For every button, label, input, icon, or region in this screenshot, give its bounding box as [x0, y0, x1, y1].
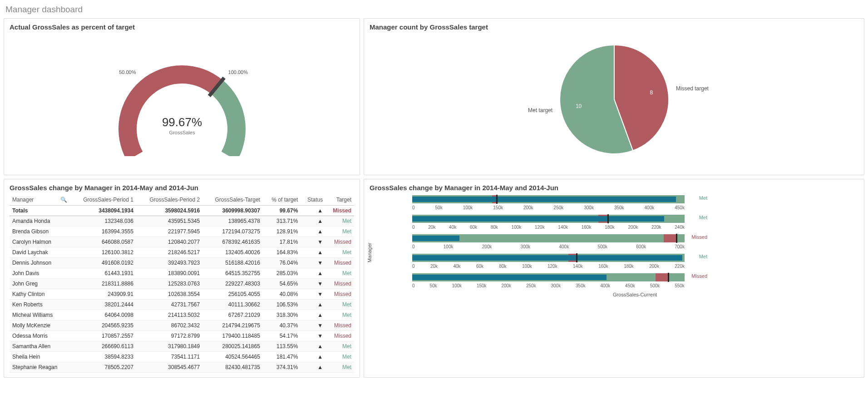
axis-tick: 200k [628, 225, 638, 230]
axis-tick: 200k [501, 283, 511, 288]
table-row[interactable]: Odessa Morris170857.255797172.8799179400… [10, 331, 354, 341]
bullet-measure [412, 255, 682, 261]
bullet-chart[interactable]: Manager Amanda HondaMet050k100k150k200k2… [370, 194, 858, 335]
axis-tick: 100k [452, 283, 462, 288]
bullet-measure [412, 236, 459, 241]
bullet-measure [412, 216, 664, 222]
table-row[interactable]: Dennis Johnson491608.0192392493.79235161… [10, 258, 354, 268]
bullet-target-mark [576, 253, 577, 262]
bullet-status: Met [699, 215, 707, 220]
bullet-row[interactable]: Carolyn HalmonMissed0100k200k300k400k500… [411, 233, 858, 249]
bullet-ylabel: Manager [367, 243, 372, 262]
bullet-xlabel: GrossSales-Current [411, 292, 858, 297]
axis-tick: 400k [601, 283, 611, 288]
axis-tick: 500k [597, 244, 607, 249]
axis-tick: 50k [429, 283, 437, 288]
axis-tick: 20k [430, 264, 438, 269]
axis-tick: 180k [605, 225, 615, 230]
table-row[interactable]: Kathy Clinton243909.91102638.3554256105.… [10, 289, 354, 300]
axis-tick: 100k [444, 244, 454, 249]
col-header[interactable]: GrossSales-Period 2 [136, 194, 202, 206]
axis-tick: 200k [523, 205, 533, 210]
axis-tick: 150k [477, 283, 487, 288]
pie-value: 10 [575, 103, 582, 109]
bullet-status: Met [699, 254, 707, 259]
bullet-target-mark [607, 214, 609, 223]
gauge-tick-100: 100.00% [228, 69, 248, 75]
table-row[interactable]: Carolyn Halmon646088.0587120840.20776783… [10, 237, 354, 247]
bullet-card: GrossSales change by Manager in 2014-May… [364, 179, 864, 378]
col-header[interactable]: % of target [263, 194, 301, 206]
col-header[interactable]: Target [326, 194, 354, 206]
axis-tick: 40k [453, 264, 460, 269]
bullet-target-mark [676, 234, 677, 243]
axis-tick: 0 [412, 244, 415, 249]
axis-tick: 140k [558, 225, 568, 230]
table-row[interactable]: Amanda Honda132348.036435951.5345138965.… [10, 216, 354, 227]
bullet-row[interactable]: Brenda GibsonMet020k40k60k80k100k120k140… [411, 214, 858, 230]
axis-tick: 60k [476, 264, 483, 269]
search-icon[interactable]: 🔍 [60, 197, 67, 203]
pie-chart[interactable]: 8Missed target10Met target [370, 34, 858, 161]
pie-value: 8 [650, 89, 653, 96]
pie-label: Missed target [676, 85, 709, 92]
table-row[interactable]: Stephanie Reagan78505.2207308545.4677824… [10, 362, 354, 373]
gauge-value: 99.67% [162, 115, 202, 129]
table-row[interactable]: Samantha Allen266690.6113317980.18492800… [10, 341, 354, 352]
col-header[interactable]: Manager🔍 [10, 194, 70, 206]
axis-tick: 550k [675, 283, 685, 288]
table-row[interactable]: David Laychak126100.3812218246.521713240… [10, 247, 354, 258]
axis-tick: 160k [598, 264, 608, 269]
axis-tick: 600k [636, 244, 646, 249]
bullet-row[interactable]: Dennis JohnsonMissed050k100k150k200k250k… [411, 272, 858, 288]
axis-tick: 0 [412, 225, 415, 230]
table-row[interactable]: John Greg218311.8886125283.0763229227.48… [10, 279, 354, 289]
pie-label: Met target [528, 107, 553, 113]
pie-card: Manager count by GrossSales target 8Miss… [364, 18, 864, 175]
table-row[interactable]: Ken Roberts38201.244442731.756740111.306… [10, 300, 354, 310]
bullet-title: GrossSales change by Manager in 2014-May… [370, 184, 858, 192]
bullet-status: Met [699, 195, 707, 201]
bullet-row[interactable]: David LaychakMet020k40k60k80k100k120k140… [411, 253, 858, 269]
axis-tick: 300k [584, 205, 594, 210]
axis-tick: 200k [482, 244, 492, 249]
axis-tick: 200k [649, 264, 659, 269]
gauge-tick-50: 50.00% [119, 69, 136, 75]
col-header[interactable]: GrossSales-Period 1 [70, 194, 136, 206]
axis-tick: 0 [412, 283, 415, 288]
table-row[interactable]: Totals3438094.19343598024.59163609998.90… [10, 206, 354, 216]
sales-table[interactable]: Manager🔍GrossSales-Period 1GrossSales-Pe… [10, 194, 354, 373]
bullet-measure [412, 275, 607, 280]
bullet-measure [412, 197, 676, 202]
axis-tick: 120k [547, 264, 557, 269]
axis-tick: 40k [449, 225, 456, 230]
axis-tick: 450k [675, 205, 685, 210]
table-card: GrossSales change by Manager in 2014-May… [4, 179, 360, 378]
axis-tick: 100k [512, 225, 522, 230]
table-title: GrossSales change by Manager in 2014-May… [10, 184, 354, 192]
axis-tick: 250k [554, 205, 564, 210]
axis-tick: 80k [499, 264, 506, 269]
table-row[interactable]: Brenda Gibson163994.3555221977.594517219… [10, 227, 354, 237]
axis-tick: 160k [582, 225, 592, 230]
bullet-status: Missed [691, 273, 707, 279]
bullet-row[interactable]: Amanda HondaMet050k100k150k200k250k300k3… [411, 194, 858, 210]
gauge-chart[interactable]: 99.67% GrossSales 0.00% 50.00% 100.00% 1… [10, 34, 354, 161]
axis-tick: 80k [491, 225, 498, 230]
col-header[interactable]: GrossSales-Target [202, 194, 263, 206]
table-row[interactable]: Molly McKenzie204565.923586702.343221479… [10, 320, 354, 331]
axis-tick: 220k [675, 264, 685, 269]
pie-title: Manager count by GrossSales target [370, 23, 858, 31]
table-row[interactable]: Sheila Hein38594.823373541.117140524.564… [10, 352, 354, 362]
gauge-title: Actual GrossSales as percent of target [10, 23, 354, 31]
axis-tick: 140k [573, 264, 583, 269]
axis-tick: 240k [675, 225, 685, 230]
axis-tick: 350k [614, 205, 624, 210]
axis-tick: 450k [625, 283, 635, 288]
axis-tick: 120k [535, 225, 545, 230]
table-row[interactable]: Micheal Williams64064.0098214113.5032672… [10, 310, 354, 320]
axis-tick: 500k [650, 283, 660, 288]
col-header[interactable]: Status [301, 194, 326, 206]
table-row[interactable]: John Davis61443.1931183890.009164515.352… [10, 268, 354, 279]
axis-tick: 220k [651, 225, 661, 230]
